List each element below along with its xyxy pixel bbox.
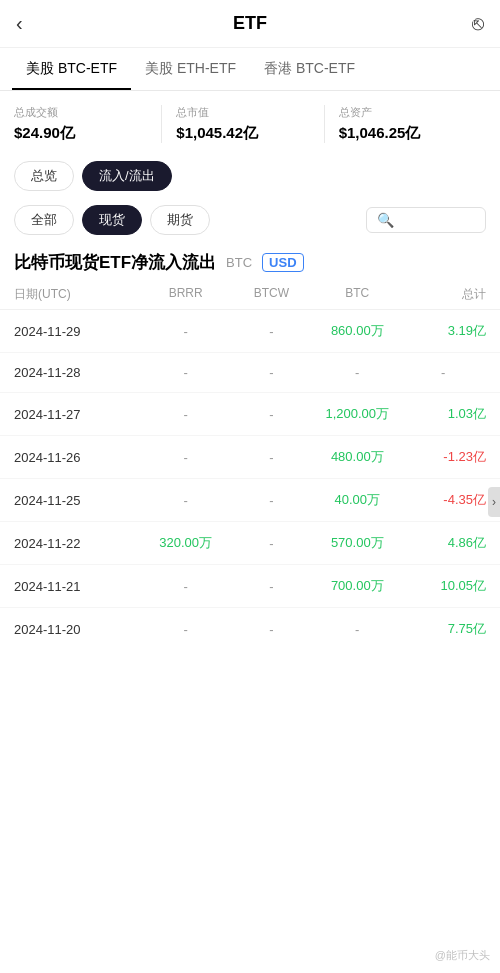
data-table: 日期(UTC) BRRR BTCW BTC 总计 2024-11-29 - - … <box>0 280 500 650</box>
search-icon: 🔍 <box>377 212 394 228</box>
td-total: -1.23亿 <box>400 448 486 466</box>
td-btcw: - <box>229 365 315 380</box>
td-btcw: - <box>229 579 315 594</box>
page-title: ETF <box>46 13 454 34</box>
th-btc: BTC <box>314 286 400 303</box>
td-btcw: - <box>229 324 315 339</box>
header: ‹ ETF ⎋ <box>0 0 500 48</box>
stat-market-cap-label: 总市值 <box>176 105 309 120</box>
table-header: 日期(UTC) BRRR BTCW BTC 总计 <box>0 280 500 310</box>
td-total: -4.35亿 <box>400 491 486 509</box>
stats-row: 总成交额 $24.90亿 总市值 $1,045.42亿 总资产 $1,046.2… <box>0 91 500 153</box>
back-button[interactable]: ‹ <box>16 12 46 35</box>
section-title-area: 比特币现货ETF净流入流出 BTC USD <box>0 241 500 280</box>
stat-assets-value: $1,046.25亿 <box>339 124 472 143</box>
watermark: @能币大头 <box>435 948 490 963</box>
currency-btc-button[interactable]: BTC <box>226 255 252 270</box>
td-total: 7.75亿 <box>400 620 486 638</box>
td-btc: 700.00万 <box>314 577 400 595</box>
stat-volume: 总成交额 $24.90亿 <box>14 105 162 143</box>
stat-market-cap: 总市值 $1,045.42亿 <box>162 105 324 143</box>
td-brrr: - <box>143 579 229 594</box>
table-row: 2024-11-26 - - 480.00万 -1.23亿 <box>0 436 500 479</box>
td-brrr: - <box>143 493 229 508</box>
table-row: 2024-11-27 - - 1,200.00万 1.03亿 <box>0 393 500 436</box>
td-btc: 570.00万 <box>314 534 400 552</box>
tab-hk-btc-etf[interactable]: 香港 BTC-ETF <box>250 48 369 90</box>
td-btcw: - <box>229 493 315 508</box>
section-title: 比特币现货ETF净流入流出 <box>14 251 216 274</box>
td-btcw: - <box>229 536 315 551</box>
filter-all[interactable]: 全部 <box>14 205 74 235</box>
filter-spot[interactable]: 现货 <box>82 205 142 235</box>
table-row: 2024-11-22 320.00万 - 570.00万 4.86亿 <box>0 522 500 565</box>
td-date: 2024-11-20 <box>14 622 143 637</box>
tab-eth-etf[interactable]: 美股 ETH-ETF <box>131 48 250 90</box>
td-btc: - <box>314 365 400 380</box>
td-brrr: - <box>143 324 229 339</box>
td-date: 2024-11-21 <box>14 579 143 594</box>
th-brrr: BRRR <box>143 286 229 303</box>
currency-usd-button[interactable]: USD <box>262 253 303 272</box>
td-total: 1.03亿 <box>400 405 486 423</box>
filter-row-1: 总览 流入/流出 <box>0 153 500 199</box>
td-total: 3.19亿 <box>400 322 486 340</box>
td-date: 2024-11-27 <box>14 407 143 422</box>
filter-row-2: 全部 现货 期货 🔍 <box>0 199 500 241</box>
td-brrr: - <box>143 622 229 637</box>
td-date: 2024-11-22 <box>14 536 143 551</box>
td-date: 2024-11-28 <box>14 365 143 380</box>
td-btc: - <box>314 622 400 637</box>
td-btc: 40.00万 <box>314 491 400 509</box>
filter-overview[interactable]: 总览 <box>14 161 74 191</box>
td-date: 2024-11-29 <box>14 324 143 339</box>
td-total: - <box>400 365 486 380</box>
tab-bar: 美股 BTC-ETF 美股 ETH-ETF 香港 BTC-ETF <box>0 48 500 91</box>
share-button[interactable]: ⎋ <box>454 12 484 35</box>
td-btcw: - <box>229 407 315 422</box>
stat-volume-label: 总成交额 <box>14 105 147 120</box>
th-btcw: BTCW <box>229 286 315 303</box>
td-btcw: - <box>229 622 315 637</box>
table-row: 2024-11-29 - - 860.00万 3.19亿 <box>0 310 500 353</box>
td-btcw: - <box>229 450 315 465</box>
filter-inflow-outflow[interactable]: 流入/流出 <box>82 161 172 191</box>
td-brrr: - <box>143 407 229 422</box>
td-date: 2024-11-26 <box>14 450 143 465</box>
table-row: 2024-11-21 - - 700.00万 10.05亿 <box>0 565 500 608</box>
filter-futures[interactable]: 期货 <box>150 205 210 235</box>
table-row: 2024-11-20 - - - 7.75亿 <box>0 608 500 650</box>
stat-market-cap-value: $1,045.42亿 <box>176 124 309 143</box>
td-brrr: 320.00万 <box>143 534 229 552</box>
td-date: 2024-11-25 <box>14 493 143 508</box>
table-row: 2024-11-25 - - 40.00万 -4.35亿 <box>0 479 500 522</box>
td-brrr: - <box>143 450 229 465</box>
tab-btc-etf[interactable]: 美股 BTC-ETF <box>12 48 131 90</box>
search-box[interactable]: 🔍 <box>366 207 486 233</box>
stat-assets: 总资产 $1,046.25亿 <box>325 105 486 143</box>
th-total: 总计 <box>400 286 486 303</box>
th-date: 日期(UTC) <box>14 286 143 303</box>
td-brrr: - <box>143 365 229 380</box>
td-total: 4.86亿 <box>400 534 486 552</box>
td-btc: 860.00万 <box>314 322 400 340</box>
td-total: 10.05亿 <box>400 577 486 595</box>
td-btc: 480.00万 <box>314 448 400 466</box>
stat-volume-value: $24.90亿 <box>14 124 147 143</box>
stat-assets-label: 总资产 <box>339 105 472 120</box>
td-btc: 1,200.00万 <box>314 405 400 423</box>
scroll-arrow[interactable]: › <box>488 487 500 517</box>
table-row: 2024-11-28 - - - - <box>0 353 500 393</box>
